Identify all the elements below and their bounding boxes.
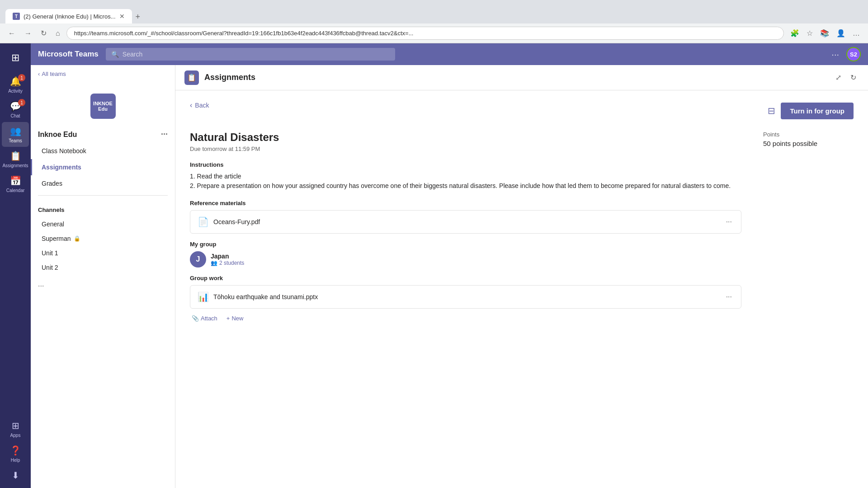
assignments-nav-label: Assignments [2, 163, 28, 168]
chat-badge: 1 [18, 99, 25, 106]
reference-file-card[interactable]: 📄 Oceans-Fury.pdf ··· [190, 210, 741, 234]
new-icon: + [226, 315, 230, 322]
expand-button[interactable]: ⤢ [833, 70, 844, 84]
nav-item-chat[interactable]: 1 💬 Chat [2, 97, 29, 122]
back-to-assignments-link[interactable]: ‹ Back [190, 101, 209, 109]
favorites-button[interactable]: ☆ [804, 26, 816, 40]
group-file-card[interactable]: 📊 Tōhoku earthquake and tsunami.pptx ··· [190, 285, 741, 309]
home-button[interactable]: ⌂ [53, 27, 63, 40]
app-logo-area: ⊞ [5, 47, 26, 69]
search-input[interactable] [123, 51, 390, 58]
browser-toolbar: ← → ↻ ⌂ 🧩 ☆ 📚 👤 … [0, 23, 868, 43]
group-students: 👥 2 students [211, 260, 244, 266]
sidebar: ‹ All teams INKNOE Edu Inknoe Edu ··· Cl… [31, 65, 175, 488]
profile-button[interactable]: 👤 [834, 26, 848, 40]
collections-button[interactable]: 📚 [817, 26, 832, 40]
channel-unit1[interactable]: Unit 1 [31, 246, 175, 260]
attach-icon: 📎 [192, 315, 199, 322]
search-bar[interactable]: 🔍 [106, 48, 395, 61]
group-info: Japan 👥 2 students [211, 253, 244, 266]
teams-logo-icon: ⊞ [11, 52, 19, 64]
all-teams-back-button[interactable]: ‹ All teams [38, 70, 66, 77]
channel-general[interactable]: General [31, 217, 175, 231]
app-header: Microsoft Teams 🔍 ··· S2 [31, 43, 868, 65]
activity-badge: 1 [18, 74, 25, 81]
assignment-title: Natural Disasters [190, 131, 741, 144]
team-options-button[interactable]: ··· [161, 130, 168, 139]
tab-favicon: T [13, 13, 20, 20]
user-avatar[interactable]: S2 [846, 47, 861, 61]
channel-unit2[interactable]: Unit 2 [31, 260, 175, 275]
assignments-icon: 📋 [10, 150, 21, 161]
assignment-due: Due tomorrow at 11:59 PM [190, 145, 741, 152]
chat-label: Chat [10, 113, 20, 118]
pdf-file-icon: 📄 [198, 216, 209, 227]
attach-button[interactable]: 📎 Attach [190, 312, 219, 324]
group-avatar: J [190, 251, 206, 267]
reference-file-name: Oceans-Fury.pdf [213, 218, 720, 225]
nav-item-activity[interactable]: 1 🔔 Activity [2, 72, 29, 97]
turn-in-button[interactable]: Turn in for group [781, 103, 854, 119]
content-top-bar: ‹ Back ⊟ Turn in for group [190, 101, 854, 120]
more-options-button[interactable]: ··· [831, 49, 839, 60]
main-title: Assignments [204, 73, 827, 82]
new-file-button[interactable]: + New [225, 312, 245, 324]
sidebar-nav-notebook[interactable]: Class Notebook [31, 143, 175, 159]
points-value: 50 points possible [763, 140, 854, 147]
team-name-text: Inknoe Edu [38, 131, 77, 139]
new-tab-button[interactable]: + [132, 10, 144, 23]
assignment-details: Natural Disasters Due tomorrow at 11:59 … [190, 131, 741, 324]
reference-file-menu-button[interactable]: ··· [724, 216, 734, 228]
sidebar-more: ... [31, 275, 175, 294]
reference-materials-label: Reference materials [190, 200, 741, 206]
more-tools-button[interactable]: … [850, 26, 863, 40]
channel-superman-label: Superman [42, 235, 71, 242]
active-tab[interactable]: T (2) General (Inknoe Edu) | Micros... ✕ [5, 9, 132, 23]
nav-item-calendar[interactable]: 📅 Calendar [2, 172, 29, 197]
group-file-menu-button[interactable]: ··· [724, 291, 734, 303]
nav-item-help[interactable]: ❓ Help [2, 441, 29, 466]
sidebar-nav-grades[interactable]: Grades [31, 175, 175, 192]
extensions-button[interactable]: 🧩 [788, 26, 802, 40]
header-actions: ⤢ ↻ [833, 70, 859, 84]
channels-title: Channels [31, 199, 175, 217]
nav-item-download[interactable]: ⬇ [2, 466, 29, 484]
channel-general-label: General [42, 221, 64, 228]
calendar-icon: 📅 [10, 175, 21, 186]
content-area: ‹ Back ⊟ Turn in for group Natural Disas… [175, 90, 868, 488]
forward-nav-button[interactable]: → [22, 27, 34, 40]
assignments-header-icon: 📋 [184, 70, 199, 85]
instructions-text: 1. Read the article 2. Prepare a present… [190, 172, 741, 191]
channel-unit1-label: Unit 1 [42, 249, 58, 257]
team-name-header: Inknoe Edu ··· [31, 130, 175, 143]
calendar-label: Calendar [6, 188, 25, 193]
pptx-file-icon: 📊 [198, 291, 209, 302]
more-channels-button[interactable]: ... [38, 280, 44, 288]
back-nav-button[interactable]: ← [5, 27, 18, 40]
channel-superman[interactable]: Superman 🔒 [31, 231, 175, 246]
download-icon: ⬇ [12, 470, 19, 481]
view-toggle-button[interactable]: ⊟ [768, 105, 775, 116]
attachment-actions: 📎 Attach + New [190, 312, 741, 324]
channel-unit2-label: Unit 2 [42, 264, 58, 271]
all-teams-label: All teams [42, 70, 66, 77]
app-name: Microsoft Teams [38, 50, 99, 59]
tab-close-button[interactable]: ✕ [119, 13, 125, 20]
attach-label: Attach [201, 315, 217, 322]
students-icon: 👥 [211, 260, 217, 266]
nav-rail: ⊞ 1 🔔 Activity 1 💬 Chat 👥 Teams 📋 Assign… [0, 43, 31, 488]
browser-chrome: T (2) General (Inknoe Edu) | Micros... ✕… [0, 0, 868, 23]
group-work-label: Group work [190, 275, 741, 282]
search-icon: 🔍 [111, 51, 119, 58]
nav-item-assignments[interactable]: 📋 Assignments [2, 147, 29, 172]
browser-tabs: T (2) General (Inknoe Edu) | Micros... ✕… [5, 0, 144, 23]
refresh-content-button[interactable]: ↻ [848, 70, 859, 84]
sidebar-nav-assignments[interactable]: Assignments [31, 159, 175, 175]
nav-item-apps[interactable]: ⊞ Apps [2, 417, 29, 441]
refresh-button[interactable]: ↻ [38, 26, 49, 40]
nav-item-teams[interactable]: 👥 Teams [2, 122, 29, 147]
url-bar[interactable] [66, 27, 784, 40]
teams-label: Teams [9, 138, 22, 143]
browser-actions: 🧩 ☆ 📚 👤 … [788, 26, 863, 40]
apps-icon: ⊞ [12, 420, 19, 431]
